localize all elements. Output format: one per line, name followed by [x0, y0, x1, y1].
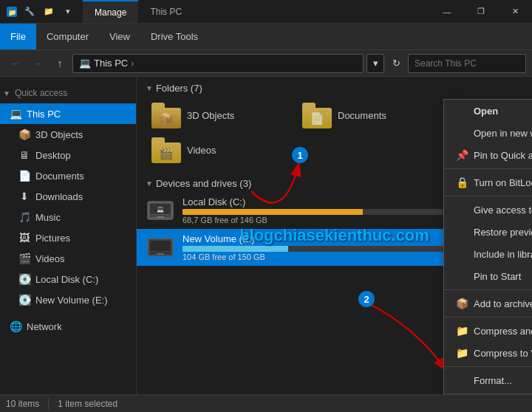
- sidebar: ▼ Quick access 💻 This PC 📦 3D Objects 🖥 …: [0, 77, 137, 394]
- title-bar-left: 📁 🔧 📁 ▾: [0, 4, 83, 20]
- content-area: ▼ Folders (7) 📦 3D Objects 📄: [137, 77, 532, 394]
- qat-dropdown-btn[interactable]: ▾: [59, 4, 77, 20]
- cm-compress-rar-icon: 📁: [456, 347, 468, 359]
- app-icon: 📁: [6, 6, 18, 18]
- forward-button[interactable]: →: [28, 54, 47, 73]
- sidebar-3d-label: 3D Objects: [35, 129, 83, 140]
- cm-restore-label: Restore previous versions: [474, 227, 532, 238]
- cm-sep-6: [444, 394, 532, 394]
- sidebar-network-label: Network: [27, 321, 62, 332]
- devices-header-label: Devices and drives (3): [156, 178, 251, 189]
- cm-sep-1: [444, 168, 532, 169]
- music-icon: 🎵: [18, 211, 31, 223]
- sidebar-desktop-label: Desktop: [35, 150, 71, 161]
- cm-pin-quick[interactable]: 📌 Pin to Quick access: [444, 144, 532, 166]
- cm-open-new-window[interactable]: Open in new window: [444, 122, 532, 144]
- folder-item-3d-objects[interactable]: 📦 3D Objects: [146, 100, 293, 131]
- back-button[interactable]: ←: [6, 54, 25, 73]
- sidebar-music-label: Music: [35, 212, 61, 223]
- sidebar-item-documents[interactable]: 📄 Documents: [0, 165, 136, 186]
- cm-give-access[interactable]: Give access to ▶: [444, 199, 532, 221]
- cm-format-icon: [456, 374, 468, 386]
- folder-item-documents[interactable]: 📄 Documents: [296, 100, 444, 131]
- cm-compress-email-label: Compress and email...: [474, 326, 532, 337]
- folder-item-videos[interactable]: 🎬 Videos: [146, 134, 293, 166]
- cm-give-access-icon: [456, 204, 468, 216]
- ribbon-drive-tools[interactable]: Drive Tools: [140, 24, 208, 49]
- cm-pin-start[interactable]: Pin to Start: [444, 265, 532, 287]
- folder-name-3d: 3D Objects: [187, 110, 234, 121]
- drive-c-icon: 💻: [146, 199, 174, 222]
- cm-sep-4: [444, 317, 532, 317]
- address-bar: ← → ↑ 💻 This PC › ▾ ↻: [0, 50, 532, 77]
- sidebar-item-pictures[interactable]: 🖼 Pictures: [0, 227, 136, 248]
- sidebar-item-this-pc[interactable]: 💻 This PC: [0, 103, 136, 124]
- qat-new-folder-btn[interactable]: 📁: [40, 4, 58, 20]
- cm-sep-2: [444, 196, 532, 196]
- sidebar-item-downloads[interactable]: ⬇ Downloads: [0, 186, 136, 207]
- cm-sep-5: [444, 366, 532, 367]
- sidebar-item-desktop[interactable]: 🖥 Desktop: [0, 145, 136, 165]
- cm-add-archive[interactable]: 📦 Add to archive...: [444, 292, 532, 315]
- minimize-button[interactable]: —: [430, 0, 464, 24]
- cm-bitlocker-label: Turn on BitLocker: [474, 177, 532, 188]
- cm-bitlocker[interactable]: 🔒 Turn on BitLocker: [444, 171, 532, 193]
- quick-access-toolbar: 🔧 📁 ▾: [21, 4, 77, 20]
- refresh-button[interactable]: ↻: [387, 54, 405, 73]
- cm-compress-rar[interactable]: 📁 Compress to "Archive.rar" and email: [444, 342, 532, 364]
- close-button[interactable]: ✕: [498, 0, 532, 24]
- cm-restore[interactable]: Restore previous versions: [444, 221, 532, 243]
- ribbon-view[interactable]: View: [99, 24, 140, 49]
- context-menu: Open Open in new window 📌 Pin to Quick a…: [443, 99, 532, 394]
- cm-include-library[interactable]: Include in library ▶: [444, 243, 532, 265]
- cm-sep-3: [444, 289, 532, 290]
- cm-format[interactable]: Format...: [444, 369, 532, 391]
- devices-chevron: ▼: [146, 179, 153, 188]
- cm-restore-icon: [456, 226, 468, 238]
- path-computer-icon: 💻: [79, 58, 91, 69]
- sidebar-this-pc-label: This PC: [27, 109, 61, 120]
- drive-c-bar: [183, 209, 363, 215]
- pictures-icon: 🖼: [18, 232, 31, 244]
- cm-compress-email[interactable]: 📁 Compress and email...: [444, 320, 532, 342]
- ribbon-computer[interactable]: Computer: [36, 24, 99, 49]
- sidebar-item-network[interactable]: 🌐 Network: [0, 316, 136, 337]
- sidebar-item-music[interactable]: 🎵 Music: [0, 207, 136, 227]
- search-input[interactable]: [408, 54, 526, 73]
- tab-manage[interactable]: Manage: [83, 0, 138, 23]
- drive-e-icon: [146, 236, 174, 259]
- up-button[interactable]: ↑: [50, 54, 69, 73]
- folders-chevron: ▼: [146, 84, 153, 92]
- cm-open[interactable]: Open: [444, 100, 532, 122]
- status-items-count: 10 items: [6, 399, 39, 409]
- sidebar-documents-label: Documents: [35, 171, 84, 182]
- ribbon-file[interactable]: File: [0, 24, 36, 49]
- sidebar-item-videos[interactable]: 🎬 Videos: [0, 248, 136, 269]
- folders-header-label: Folders (7): [156, 83, 202, 94]
- cm-archive-icon: 📦: [456, 298, 468, 309]
- sidebar-item-local-disk[interactable]: 💽 Local Disk (C:): [0, 269, 136, 289]
- cm-format-label: Format...: [474, 375, 512, 386]
- maximize-button[interactable]: ❐: [464, 0, 498, 24]
- address-path[interactable]: 💻 This PC ›: [72, 54, 364, 73]
- this-pc-icon: 💻: [9, 108, 22, 120]
- main-area: ▼ Quick access 💻 This PC 📦 3D Objects 🖥 …: [0, 77, 532, 394]
- documents-icon: 📄: [18, 170, 31, 182]
- drive-e-bar: [183, 246, 288, 252]
- 3d-objects-icon: 📦: [18, 128, 31, 140]
- sidebar-item-new-volume[interactable]: 💽 New Volume (E:): [0, 289, 136, 310]
- cm-compress-email-icon: 📁: [456, 325, 468, 337]
- address-dropdown[interactable]: ▾: [366, 54, 384, 73]
- sidebar-downloads-label: Downloads: [35, 191, 83, 202]
- qat-properties-btn[interactable]: 🔧: [21, 4, 38, 20]
- new-volume-icon: 💽: [18, 294, 31, 306]
- cm-open-new-icon: [456, 127, 468, 139]
- cm-pin-start-icon: [456, 270, 468, 282]
- tab-thispc[interactable]: This PC: [138, 0, 194, 23]
- sidebar-item-3d-objects[interactable]: 📦 3D Objects: [0, 124, 136, 145]
- cm-open-label: Open: [474, 106, 498, 117]
- window-controls: — ❐ ✕: [430, 0, 532, 24]
- cm-pin-quick-icon: 📌: [456, 149, 468, 161]
- downloads-icon: ⬇: [18, 190, 31, 202]
- status-separator: [48, 398, 49, 410]
